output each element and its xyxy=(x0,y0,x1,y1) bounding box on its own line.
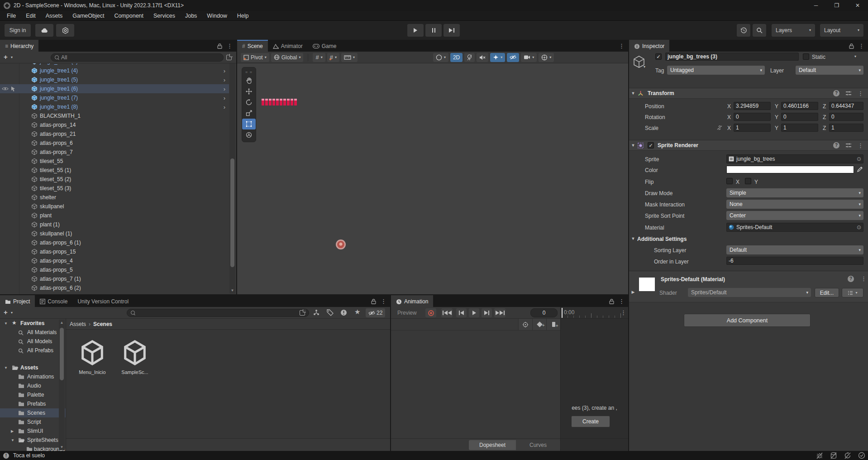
hierarchy-item[interactable]: atlas-props_21 › xyxy=(0,129,229,139)
help-icon[interactable]: ? xyxy=(848,276,854,282)
lock-icon[interactable] xyxy=(849,43,854,49)
asset-store-icon[interactable] xyxy=(313,309,320,316)
hierarchy-item[interactable]: tileset_55 (3) › xyxy=(0,184,229,193)
gameobject-name-input[interactable]: jungle_bg_trees (3) xyxy=(665,53,799,61)
palette-drag-handle[interactable]: = = xyxy=(242,69,256,75)
hierarchy-item[interactable]: shelter › xyxy=(0,193,229,202)
record-button[interactable] xyxy=(425,308,436,317)
prefab-chevron-icon[interactable]: › xyxy=(224,95,225,101)
foldout-icon[interactable]: ▼ xyxy=(629,236,637,241)
asset-item[interactable]: Menu_Inicio xyxy=(72,339,113,375)
gameobject-caret-icon[interactable]: ▾ xyxy=(644,65,645,69)
hierarchy-item[interactable]: tileset_55 (1) › xyxy=(0,166,229,175)
position-z-input[interactable]: 0.644347 xyxy=(829,102,863,110)
hierarchy-item[interactable]: jungle_tree1 (8) › xyxy=(0,102,229,111)
hierarchy-item[interactable]: skullpanel (1) › xyxy=(0,229,229,238)
scale-tool[interactable] xyxy=(242,108,256,119)
hierarchy-item[interactable]: atlas-props_15 › xyxy=(0,247,229,256)
snap-increment-dropdown[interactable]: ▾ xyxy=(341,53,358,62)
kebab-menu-icon[interactable]: ⋮ xyxy=(620,309,626,316)
lock-icon[interactable] xyxy=(217,43,222,49)
expander-icon[interactable] xyxy=(4,321,8,326)
breadcrumb-current[interactable]: Scenes xyxy=(93,321,112,327)
scene-sprite-row[interactable] xyxy=(262,99,297,105)
version-control-button[interactable] xyxy=(56,24,74,37)
preview-toggle[interactable]: Preview xyxy=(397,310,417,316)
pivot-dropdown[interactable]: Pivot▾ xyxy=(241,53,269,62)
hierarchy-item[interactable]: atlas-props_7 › xyxy=(0,148,229,157)
mask-interaction-dropdown[interactable]: None xyxy=(726,200,863,209)
move-tool[interactable] xyxy=(242,86,256,97)
link-broken-icon[interactable] xyxy=(716,125,723,130)
component-enabled-checkbox[interactable]: ✓ xyxy=(648,142,654,149)
tree-item[interactable]: ★ Scenes xyxy=(0,408,66,417)
previous-frame-button[interactable] xyxy=(456,308,467,317)
tab-hierarchy[interactable]: ≡ Hierarchy xyxy=(0,40,38,52)
hierarchy-scrollbar[interactable]: ▼ xyxy=(229,63,235,293)
hierarchy-item[interactable]: skullpanel › xyxy=(0,202,229,211)
hierarchy-item[interactable]: atlas-props_7 (1) › xyxy=(0,274,229,283)
tree-item[interactable]: ★ backgrounds xyxy=(0,445,66,451)
hierarchy-item[interactable]: BLACKSMITH_1 › xyxy=(0,111,229,120)
cache-server-disabled-icon[interactable] xyxy=(830,452,837,459)
flip-y-checkbox[interactable] xyxy=(745,178,751,184)
menu-item[interactable]: Edit xyxy=(21,11,41,21)
layout-dropdown[interactable]: Layout▾ xyxy=(820,24,863,37)
toggle-2d-button[interactable]: 2D xyxy=(450,53,463,62)
create-caret-icon[interactable]: ▾ xyxy=(11,56,13,59)
kebab-menu-icon[interactable]: ⋮ xyxy=(619,43,625,49)
transform-header[interactable]: ▼ Transform ? ⋮ xyxy=(629,88,868,99)
prefab-chevron-icon[interactable]: › xyxy=(224,63,225,65)
sprite-renderer-header[interactable]: ▼ ✓ Sprite Renderer ? ⋮ xyxy=(629,140,868,151)
filter-curves-button[interactable] xyxy=(518,319,532,330)
curves-toggle[interactable]: Curves xyxy=(516,440,560,450)
kebab-menu-icon[interactable]: ⋮ xyxy=(227,43,233,49)
scene-audio-button[interactable] xyxy=(477,53,488,62)
tree-item[interactable]: ★ Script xyxy=(0,417,66,426)
scene-center-gizmo[interactable] xyxy=(336,240,346,249)
kebab-menu-icon[interactable]: ⋮ xyxy=(861,275,867,282)
scale-x-input[interactable]: 1 xyxy=(734,124,771,132)
expander-icon[interactable] xyxy=(11,438,14,442)
tree-item[interactable]: ★ Favorites xyxy=(0,319,66,328)
kebab-menu-icon[interactable]: ⋮ xyxy=(381,298,386,305)
alert-icon[interactable] xyxy=(340,309,347,316)
presets-icon[interactable] xyxy=(845,91,852,96)
static-checkbox[interactable] xyxy=(803,53,809,60)
go-to-start-button[interactable] xyxy=(441,308,453,317)
tree-item[interactable]: ★ Animations xyxy=(0,372,66,381)
prefab-chevron-icon[interactable]: › xyxy=(224,86,225,92)
label-tag-icon[interactable] xyxy=(327,309,334,316)
help-icon[interactable]: ? xyxy=(833,90,839,96)
object-picker-icon[interactable]: ⊙ xyxy=(857,156,861,162)
pause-button[interactable] xyxy=(425,24,442,37)
frame-field[interactable]: 0 xyxy=(530,308,558,317)
minimize-button[interactable]: ─ xyxy=(806,0,826,11)
position-x-input[interactable]: 3.294859 xyxy=(734,102,771,110)
hierarchy-item[interactable]: jungle_tree1 (4) › xyxy=(0,66,229,75)
search-button[interactable] xyxy=(753,24,766,37)
kebab-menu-icon[interactable]: ⋮ xyxy=(619,298,625,305)
hidden-count-button[interactable]: 22 xyxy=(366,308,385,317)
sorting-layer-dropdown[interactable]: Default xyxy=(726,245,863,254)
lock-icon[interactable] xyxy=(371,299,376,304)
sort-point-dropdown[interactable]: Center xyxy=(726,211,863,220)
lock-icon[interactable] xyxy=(609,299,614,304)
project-tree-scrollbar[interactable]: ▲ ▼ xyxy=(59,320,65,450)
scale-z-input[interactable]: 1 xyxy=(829,124,863,132)
expander-icon[interactable] xyxy=(11,429,14,433)
timeline-ruler[interactable]: 0:00 ⋮ xyxy=(561,307,628,319)
add-component-button[interactable]: Add Component xyxy=(684,314,811,327)
tree-item[interactable]: ★ Prefabs xyxy=(0,399,66,408)
help-icon[interactable]: ? xyxy=(833,142,839,149)
tree-item[interactable]: ★ Audio xyxy=(0,381,66,390)
create-caret-icon[interactable]: ▾ xyxy=(11,311,13,315)
foldout-icon[interactable]: ▼ xyxy=(629,91,637,96)
material-preview-swatch[interactable] xyxy=(639,278,655,291)
breadcrumb-root[interactable]: Assets xyxy=(70,321,86,327)
prefab-chevron-icon[interactable]: › xyxy=(224,77,225,83)
tab-inspector[interactable]: Inspector xyxy=(629,40,669,52)
draw-mode-dropdown[interactable]: Simple xyxy=(726,188,863,197)
sprite-object-field[interactable]: jungle_bg_trees ⊙ xyxy=(726,154,863,163)
gizmos-dropdown[interactable]: ▾ xyxy=(539,53,554,62)
